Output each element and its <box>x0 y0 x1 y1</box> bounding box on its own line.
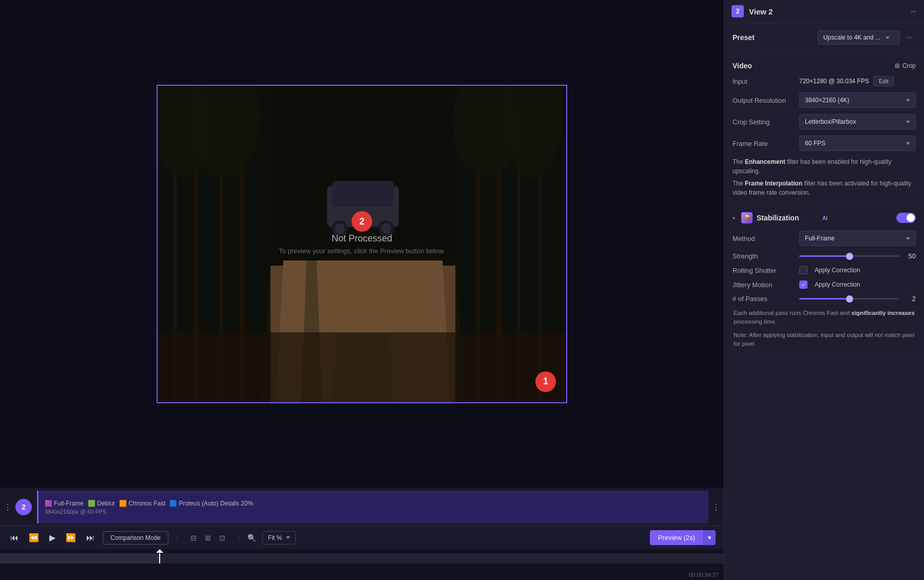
timeline-fill <box>0 553 724 564</box>
preset-value: Upscale to 4K and ... <box>823 34 880 41</box>
strength-label: Strength <box>733 252 799 260</box>
strength-fill <box>799 255 850 257</box>
track-resolution: 3840x2160px @ 60 FPS <box>45 509 702 515</box>
method-row: Method Full-Frame <box>733 231 916 246</box>
rolling-shutter-label: Rolling Shutter <box>733 267 799 274</box>
strength-row: Strength 50 <box>733 252 916 260</box>
main-area: Not Processed To preview your settings, … <box>0 0 924 580</box>
passes-label: # of Passes <box>733 295 799 303</box>
preset-select[interactable]: Upscale to 4K and ... <box>818 30 900 45</box>
prev-frame-button[interactable]: ⏪ <box>27 531 41 545</box>
track-number: 2 <box>15 499 32 515</box>
stabilization-section: ▾ 📦 Stabilization AI Method Full-Frame S… <box>724 205 924 356</box>
next-frame-button[interactable]: ⏩ <box>64 531 78 545</box>
play-button[interactable]: ▶ <box>47 531 57 545</box>
track-menu-left[interactable]: ⋮ <box>0 502 15 512</box>
zoom-icon: 🔍 <box>247 534 256 542</box>
crop-setting-chevron <box>906 121 910 123</box>
view-split-v-button[interactable]: ⊞ <box>202 532 214 544</box>
rolling-shutter-checkbox[interactable] <box>799 266 807 274</box>
passes-row: # of Passes 2 <box>733 295 916 303</box>
view-overlay-button[interactable]: ⊡ <box>216 532 228 544</box>
rolling-shutter-row: Rolling Shutter Apply Correction <box>733 266 916 274</box>
right-panel: 2 View 2 ↔ Preset Upscale to 4K and ... … <box>724 0 924 580</box>
stab-ai-badge: AI <box>822 215 827 221</box>
skip-end-button[interactable]: ⏭ <box>84 531 97 545</box>
video-section-title: Video <box>733 62 752 70</box>
preview-dropdown-button[interactable]: ▾ <box>703 530 716 545</box>
stabilization-toggle[interactable] <box>896 213 916 223</box>
jittery-motion-apply: Apply Correction <box>815 281 860 288</box>
track-menu-right[interactable]: ⋮ <box>708 502 724 512</box>
info-box-enhancement: The Enhancement filter has been enabled … <box>733 157 916 176</box>
video-container: Not Processed To preview your settings, … <box>0 0 724 488</box>
timeline-track[interactable] <box>0 553 724 564</box>
collapse-arrow[interactable]: ▾ <box>733 215 735 221</box>
method-value: Full-Frame <box>805 235 835 242</box>
method-label: Method <box>733 235 799 242</box>
method-select[interactable]: Full-Frame <box>799 231 916 246</box>
not-processed-text: Not Processed <box>279 233 445 244</box>
timeline-area[interactable]: 00:00:34:27 <box>0 549 724 580</box>
video-overlay: Not Processed To preview your settings, … <box>279 233 445 255</box>
note-box-1: Each additional pass runs Chronos Fast a… <box>733 309 916 327</box>
preset-section: Preset Upscale to 4K and ... ··· <box>724 23 924 54</box>
preset-row: Preset Upscale to 4K and ... ··· <box>733 30 916 45</box>
method-chevron <box>906 237 910 240</box>
svg-point-21 <box>335 223 345 234</box>
track-filters: 🟪 Full-Frame 🟩 Deblur 🟧 Chronos Fast 🟦 P… <box>45 500 702 507</box>
stab-icon: 📦 <box>741 212 753 223</box>
input-value-group: 720×1280 @ 30.034 FPS Edit <box>799 76 916 86</box>
crop-icon: ⊞ <box>895 62 900 69</box>
transport-bar: ⏮ ⏪ ▶ ⏩ ⏭ Comparison Mode · ⊟ ⊞ ⊡ · 🔍 Fi… <box>0 526 724 549</box>
video-area: Not Processed To preview your settings, … <box>0 0 724 580</box>
crop-label: Crop <box>902 62 916 69</box>
edit-button[interactable]: Edit <box>873 76 894 86</box>
info-box-interpolation: The Frame Interpolation filter has been … <box>733 179 916 197</box>
video-section-header: Video ⊞ Crop <box>733 62 916 70</box>
filter-chronos: 🟧 Chronos Fast <box>119 500 165 507</box>
jittery-motion-checkbox[interactable]: ✓ <box>799 280 807 289</box>
preview-hint-text: To preview your settings, click the Prev… <box>279 247 445 255</box>
panel-badge: 2 <box>732 5 744 17</box>
stab-header: ▾ 📦 Stabilization AI <box>733 212 916 223</box>
preset-chevron <box>886 36 890 39</box>
preview-button[interactable]: Preview (2s) <box>650 530 703 545</box>
output-resolution-chevron <box>906 99 910 102</box>
preset-more-button[interactable]: ··· <box>903 32 916 43</box>
output-resolution-row: Output Resolution 3840×2160 (4K) <box>733 92 916 108</box>
video-frame: Not Processed To preview your settings, … <box>157 85 567 403</box>
panel-title: View 2 <box>749 7 904 16</box>
crop-setting-select[interactable]: Letterbox/Pillarbox <box>799 114 916 129</box>
fit-label: Fit % <box>268 534 282 541</box>
svg-marker-25 <box>332 332 394 402</box>
fit-button[interactable]: Fit % <box>262 531 296 545</box>
skip-start-button[interactable]: ⏮ <box>8 531 21 545</box>
passes-track <box>799 298 899 300</box>
view-split-h-button[interactable]: ⊟ <box>187 532 200 544</box>
track-item: 🟪 Full-Frame 🟩 Deblur 🟧 Chronos Fast 🟦 P… <box>37 491 708 523</box>
input-value: 720×1280 @ 30.034 FPS <box>799 78 869 85</box>
comparison-mode-button[interactable]: Comparison Mode <box>103 531 168 545</box>
badge-2-center: 2 <box>352 211 372 232</box>
frame-rate-label: Frame Rate <box>733 140 799 147</box>
strength-slider[interactable]: 50 <box>799 252 916 260</box>
timeline-playhead[interactable] <box>159 553 160 564</box>
strength-thumb[interactable] <box>846 253 853 260</box>
input-row: Input 720×1280 @ 30.034 FPS Edit <box>733 76 916 86</box>
panel-header: 2 View 2 ↔ <box>724 0 924 23</box>
passes-thumb[interactable] <box>846 295 853 303</box>
output-resolution-value: 3840×2160 (4K) <box>805 97 849 104</box>
frame-rate-select[interactable]: 60 FPS <box>799 136 916 151</box>
strength-track <box>799 255 899 257</box>
timeline-time: 00:00:34:27 <box>689 572 719 578</box>
output-resolution-select[interactable]: 3840×2160 (4K) <box>799 92 916 108</box>
crop-button[interactable]: ⊞ Crop <box>895 62 916 69</box>
strength-value: 50 <box>903 252 916 260</box>
expand-icon[interactable]: ↔ <box>910 7 917 15</box>
passes-slider[interactable]: 2 <box>799 295 916 303</box>
passes-fill <box>799 298 850 300</box>
passes-value: 2 <box>903 295 916 303</box>
badge-1-bottom: 1 <box>535 371 556 392</box>
svg-rect-19 <box>332 181 394 207</box>
